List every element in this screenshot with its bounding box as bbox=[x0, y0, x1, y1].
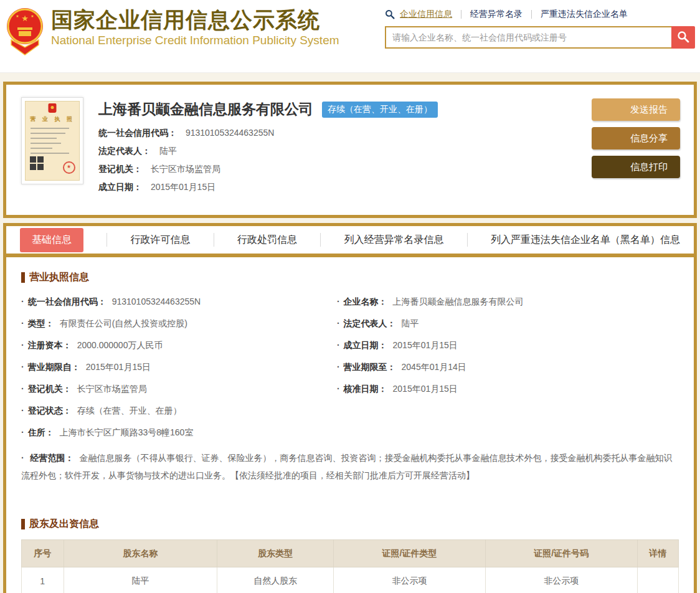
company-summary-card: 营 业 执 照 上海番贝颛金融信息服务有限公司 存续（在营、开业、在册） 统一社… bbox=[3, 82, 697, 218]
company-info: 上海番贝颛金融信息服务有限公司 存续（在营、开业、在册） 统一社会信用代码： 9… bbox=[98, 97, 592, 200]
col-header-cert-type: 证照/证件类型 bbox=[334, 540, 486, 567]
shareholders-section-title: 股东及出资信息 bbox=[21, 518, 679, 531]
shareholders-table: 序号 股东名称 股东类型 证照/证件类型 证照/证件号码 详情 1 陆平 自然人… bbox=[21, 539, 679, 593]
tab-divider bbox=[467, 233, 468, 247]
search-button[interactable] bbox=[671, 26, 695, 49]
tab-divider bbox=[106, 233, 107, 247]
field-type: 类型：有限责任公司(自然人投资或控股) bbox=[21, 317, 337, 330]
license-paper: 营 业 执 照 bbox=[25, 101, 80, 181]
col-header-cert-number: 证照/证件号码 bbox=[485, 540, 637, 567]
summary-field-legal-rep: 法定代表人： 陆平 bbox=[98, 146, 592, 157]
license-fields-left: 统一社会信用代码：91310105324463255N 类型：有限责任公司(自然… bbox=[21, 295, 337, 448]
search-type-nav: 企业信用信息 经营异常名录 严重违法失信企业名单 bbox=[385, 9, 695, 20]
site-title-cn: 国家企业信用信息公示系统 bbox=[51, 7, 339, 32]
nav-divider bbox=[461, 10, 461, 19]
svg-text:★: ★ bbox=[21, 14, 29, 23]
company-name: 上海番贝颛金融信息服务有限公司 bbox=[98, 100, 313, 119]
field-term-from: 营业期限自：2015年01月15日 bbox=[21, 361, 337, 373]
business-license-thumbnail[interactable]: 营 业 执 照 bbox=[21, 97, 83, 184]
site-titles: 国家企业信用信息公示系统 National Enterprise Credit … bbox=[51, 7, 339, 47]
status-badge: 存续（在营、开业、在册） bbox=[322, 102, 438, 118]
summary-field-founded: 成立日期： 2015年01月15日 bbox=[98, 182, 592, 193]
col-header-shareholder-name: 股东名称 bbox=[64, 540, 217, 567]
license-section-title: 营业执照信息 bbox=[21, 271, 679, 284]
share-info-button[interactable]: 信息分享 bbox=[592, 127, 680, 149]
field-legal-rep: 法定代表人：陆平 bbox=[337, 317, 679, 330]
print-info-button[interactable]: 信息打印 bbox=[592, 156, 680, 178]
tab-admin-license[interactable]: 行政许可信息 bbox=[131, 234, 191, 247]
summary-field-registry: 登记机关： 长宁区市场监管局 bbox=[98, 164, 592, 175]
nav-link-illegal-list[interactable]: 严重违法失信企业名单 bbox=[541, 9, 628, 20]
table-header-row: 序号 股东名称 股东类型 证照/证件类型 证照/证件号码 详情 bbox=[22, 540, 679, 567]
field-credit-code: 统一社会信用代码：91310105324463255N bbox=[21, 295, 337, 308]
col-header-detail: 详情 bbox=[637, 540, 678, 567]
basic-info-content: 营业执照信息 统一社会信用代码：91310105324463255N 类型：有限… bbox=[3, 257, 697, 593]
section-title-bar bbox=[21, 272, 25, 283]
tab-divider bbox=[214, 233, 214, 247]
search-icon bbox=[385, 9, 395, 19]
site-header: ★ ★ ★ 国家企业信用信息公示系统 National Enterprise C… bbox=[0, 0, 700, 73]
field-registration-status: 登记状态：存续（在营、开业、在册） bbox=[21, 404, 337, 417]
tab-bar: 基础信息 行政许可信息 行政处罚信息 列入经营异常名录信息 列入严重违法失信企业… bbox=[3, 223, 697, 257]
tab-abnormal-list[interactable]: 列入经营异常名录信息 bbox=[344, 234, 444, 247]
field-term-to: 营业期限至：2045年01月14日 bbox=[337, 361, 679, 373]
tab-divider bbox=[320, 233, 321, 247]
field-founded-date: 成立日期：2015年01月15日 bbox=[337, 339, 679, 351]
field-business-scope: 经营范围：金融信息服务（不得从事银行、证券、保险业务），商务信息咨询、投资咨询；… bbox=[21, 449, 679, 484]
nav-link-enterprise-credit[interactable]: 企业信用信息 bbox=[400, 9, 452, 20]
license-fields: 统一社会信用代码：91310105324463255N 类型：有限责任公司(自然… bbox=[21, 295, 679, 448]
table-row: 1 陆平 自然人股东 非公示项 非公示项 bbox=[22, 567, 679, 593]
shareholders-section: 股东及出资信息 序号 股东名称 股东类型 证照/证件类型 证照/证件号码 详情 … bbox=[21, 518, 679, 593]
license-red-seal bbox=[63, 161, 75, 174]
license-qr-code bbox=[30, 156, 44, 170]
action-buttons: 发送报告 信息分享 信息打印 bbox=[592, 98, 680, 200]
search-icon bbox=[677, 31, 689, 45]
site-title-en: National Enterprise Credit Information P… bbox=[51, 34, 339, 47]
license-emblem-icon bbox=[49, 103, 57, 113]
field-company-name: 企业名称：上海番贝颛金融信息服务有限公司 bbox=[337, 295, 679, 308]
field-address: 住所：上海市长宁区广顺路33号8幢160室 bbox=[21, 426, 337, 439]
national-emblem-logo: ★ ★ ★ bbox=[5, 5, 45, 56]
col-header-shareholder-type: 股东类型 bbox=[217, 540, 334, 567]
license-fields-right: 企业名称：上海番贝颛金融信息服务有限公司 法定代表人：陆平 成立日期：2015年… bbox=[337, 295, 679, 448]
field-registry-authority: 登记机关：长宁区市场监管局 bbox=[21, 382, 337, 395]
tab-admin-penalty[interactable]: 行政处罚信息 bbox=[237, 234, 297, 247]
license-title: 营 业 执 照 bbox=[26, 115, 79, 123]
summary-field-credit-code: 统一社会信用代码： 91310105324463255N bbox=[98, 128, 592, 139]
tab-blacklist[interactable]: 列入严重违法失信企业名单（黑名单）信息 bbox=[491, 234, 680, 247]
tab-basic-info[interactable]: 基础信息 bbox=[20, 228, 83, 252]
svg-text:★: ★ bbox=[16, 14, 19, 18]
nav-link-abnormal-list[interactable]: 经营异常名录 bbox=[470, 9, 523, 20]
license-text-lines bbox=[31, 128, 74, 158]
section-title-bar bbox=[21, 519, 25, 529]
field-approval-date: 核准日期：2015年01月15日 bbox=[337, 382, 679, 395]
send-report-button[interactable]: 发送报告 bbox=[592, 98, 680, 121]
nav-divider bbox=[531, 10, 532, 19]
col-header-index: 序号 bbox=[22, 540, 64, 567]
search-input[interactable] bbox=[385, 26, 671, 49]
header-search-area: 企业信用信息 经营异常名录 严重违法失信企业名单 bbox=[385, 9, 696, 49]
field-registered-capital: 注册资本：2000.000000万人民币 bbox=[21, 339, 337, 351]
svg-text:★: ★ bbox=[31, 14, 34, 18]
search-bar bbox=[385, 26, 695, 49]
